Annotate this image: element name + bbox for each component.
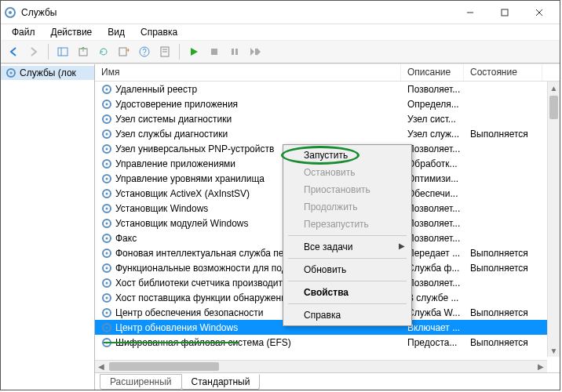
close-icon (535, 9, 543, 16)
gear-icon (101, 263, 112, 274)
gear-icon (101, 188, 112, 199)
gear-icon (101, 248, 112, 259)
service-desc-cell: Определя... (401, 98, 464, 111)
console-tree[interactable]: Службы (лок (1, 64, 95, 390)
gear-icon (101, 292, 112, 303)
services-app-icon (4, 6, 16, 19)
service-row[interactable]: Узел системы диагностикиУзел сист... (95, 111, 560, 126)
svg-point-47 (106, 252, 108, 254)
scroll-left-arrow-icon[interactable]: ◀ (95, 361, 108, 372)
menu-action[interactable]: Действие (43, 25, 100, 39)
svg-point-41 (106, 207, 108, 209)
maximize-button[interactable] (487, 2, 522, 24)
svg-rect-6 (58, 48, 68, 56)
column-name[interactable]: Имя (95, 64, 401, 81)
context-menu-item[interactable]: Обновить (285, 261, 410, 278)
submenu-arrow-icon: ▶ (399, 241, 405, 250)
service-name: Установщик Windows (115, 203, 208, 214)
stop-service-button[interactable] (205, 42, 224, 61)
gear-icon (101, 233, 112, 244)
service-name: Удостоверение приложения (115, 99, 238, 110)
help-button[interactable]: ? (135, 42, 154, 61)
menu-view[interactable]: Вид (100, 25, 133, 39)
service-name-cell: Узел системы диагностики (95, 113, 401, 125)
show-hide-tree-button[interactable] (53, 42, 72, 61)
svg-point-25 (106, 88, 108, 90)
restart-service-button[interactable] (246, 42, 265, 61)
export-button[interactable] (74, 42, 93, 61)
scroll-up-arrow-icon[interactable]: ▲ (548, 82, 560, 94)
properties-icon (159, 45, 171, 58)
gear-icon (101, 218, 112, 229)
horizontal-scroll-thumb[interactable] (109, 362, 219, 371)
service-name-cell: Узел службы диагностики (95, 128, 401, 140)
column-state[interactable]: Состояние (464, 64, 542, 81)
minimize-icon (466, 9, 474, 16)
context-menu-item[interactable]: Все задачи▶ (285, 238, 410, 256)
start-service-button[interactable] (184, 42, 203, 61)
service-desc-cell: Узел служ... (401, 128, 464, 140)
context-menu-item: Приостановить (285, 181, 410, 198)
service-name-cell: Удаленный реестр (95, 83, 401, 96)
svg-point-59 (106, 341, 108, 343)
service-row[interactable]: Шифрованная файловая система (EFS)Предос… (95, 335, 560, 350)
view-tabs: Расширенный Стандартный (95, 372, 560, 390)
scroll-down-arrow-icon[interactable]: ▼ (548, 344, 560, 357)
context-menu-separator (288, 258, 407, 259)
service-name: Функциональные возможности для подк (115, 263, 291, 274)
gear-icon (5, 67, 16, 78)
pause-service-button[interactable] (225, 42, 244, 61)
export-list-button[interactable] (115, 42, 133, 61)
service-state-cell: Выполняется (464, 336, 542, 349)
context-menu-item[interactable]: Запустить (285, 147, 410, 164)
service-row[interactable]: Удостоверение приложенияОпределя... (95, 96, 560, 111)
service-state-cell: Выполняется (464, 307, 542, 319)
window-controls (453, 2, 557, 24)
svg-rect-18 (235, 49, 238, 55)
svg-point-29 (106, 118, 108, 120)
gear-icon (101, 203, 112, 214)
service-row[interactable]: Узел службы диагностикиУзел служ...Выпол… (95, 126, 560, 141)
services-window: Службы Файл Действие Вид Справка ? (0, 0, 560, 390)
service-name: Установщик модулей Windows (115, 218, 248, 229)
svg-rect-3 (502, 9, 508, 16)
service-row[interactable]: Удаленный реестрПозволяет... (95, 82, 560, 96)
minimize-button[interactable] (453, 2, 487, 24)
service-name: Узел службы диагностики (115, 129, 228, 140)
column-desc[interactable]: Описание (401, 64, 464, 81)
tree-services-local[interactable]: Службы (лок (1, 66, 94, 80)
list-export-icon (118, 45, 130, 58)
svg-rect-20 (255, 49, 257, 55)
panel-icon (57, 45, 69, 58)
window-title: Службы (21, 7, 453, 18)
context-menu-item: Продолжить (285, 198, 410, 216)
gear-icon (101, 307, 112, 318)
service-state-cell (464, 282, 542, 284)
restart-icon (250, 47, 261, 56)
svg-text:?: ? (142, 48, 147, 56)
menu-help[interactable]: Справка (133, 25, 185, 39)
forward-button[interactable] (24, 42, 43, 61)
titlebar: Службы (1, 1, 560, 24)
menu-file[interactable]: Файл (4, 25, 43, 39)
svg-point-45 (106, 237, 108, 239)
close-button[interactable] (522, 2, 557, 24)
service-desc-cell: Узел сист... (401, 113, 464, 125)
scroll-right-arrow-icon[interactable]: ▶ (535, 361, 547, 372)
vertical-scrollbar[interactable]: ▲ ▼ (547, 82, 560, 357)
refresh-button[interactable] (94, 42, 113, 61)
vertical-scroll-thumb[interactable] (549, 96, 558, 119)
service-name-cell: Шифрованная файловая система (EFS) (95, 336, 401, 349)
horizontal-scrollbar[interactable]: ◀ ▶ (95, 360, 547, 372)
svg-point-35 (106, 162, 108, 165)
service-state-cell (464, 193, 542, 194)
service-state-cell (464, 297, 542, 299)
properties-button[interactable] (155, 42, 174, 61)
service-state-cell (464, 148, 542, 150)
tab-standard[interactable]: Стандартный (181, 374, 261, 390)
back-button[interactable] (4, 42, 23, 61)
tab-extended[interactable]: Расширенный (100, 374, 182, 390)
svg-point-51 (106, 281, 108, 284)
context-menu-item[interactable]: Справка (285, 307, 410, 324)
context-menu-item[interactable]: Свойства (285, 284, 410, 301)
